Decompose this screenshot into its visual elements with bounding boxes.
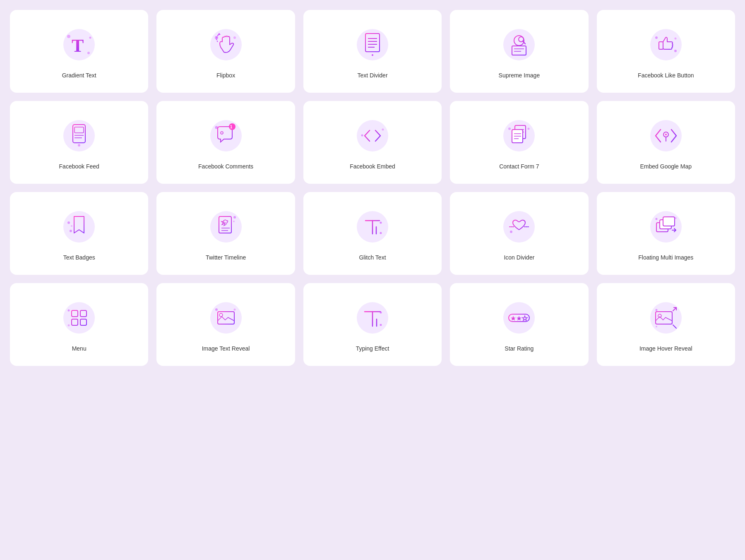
card-floating-multi-images[interactable]: Floating Multi Images: [597, 192, 735, 275]
card-label: Star Rating: [505, 345, 534, 353]
svg-point-54: [63, 211, 95, 243]
svg-point-55: [67, 221, 70, 224]
svg-point-24: [674, 50, 677, 52]
card-label: Icon Divider: [504, 254, 534, 262]
card-label: Floating Multi Images: [638, 254, 693, 262]
card-label: Facebook Embed: [350, 163, 395, 171]
card-label: Facebook Comments: [198, 163, 253, 171]
svg-point-58: [210, 211, 242, 243]
svg-point-104: [656, 326, 657, 327]
svg-point-5: [210, 29, 242, 60]
svg-point-59: [233, 216, 236, 219]
svg-text:1: 1: [230, 125, 232, 129]
card-facebook-like[interactable]: Facebook Like Button: [597, 10, 735, 93]
svg-point-60: [233, 221, 235, 222]
svg-point-68: [380, 222, 382, 224]
svg-point-79: [674, 217, 676, 219]
card-label: Facebook Like Button: [638, 72, 694, 80]
card-label: Gradient Text: [62, 72, 96, 80]
card-label: Facebook Feed: [59, 163, 99, 171]
svg-point-39: [382, 129, 384, 131]
card-text-divider[interactable]: Text Divider: [303, 10, 442, 93]
svg-point-7: [233, 36, 236, 39]
card-supreme-image[interactable]: Supreme Image: [450, 10, 588, 93]
card-image-hover-reveal[interactable]: Image Hover Reveal: [597, 283, 735, 366]
card-facebook-feed[interactable]: Facebook Feed: [10, 101, 148, 184]
svg-point-85: [68, 310, 70, 312]
card-label: Embed Google Map: [640, 163, 692, 171]
svg-point-23: [674, 38, 676, 40]
facebook-like-icon: [647, 26, 685, 63]
svg-point-73: [510, 231, 512, 233]
card-label: Image Text Reveal: [202, 345, 250, 353]
twitter-timeline-icon: [207, 208, 245, 245]
svg-point-1: [67, 35, 70, 38]
card-label: Image Hover Reveal: [639, 345, 692, 353]
embed-google-map-icon: [647, 117, 685, 154]
text-badges-icon: [60, 208, 98, 245]
card-menu[interactable]: Menu: [10, 283, 148, 366]
card-twitter-timeline[interactable]: Twitter Timeline: [156, 192, 295, 275]
widget-grid: T Gradient Text: [10, 10, 735, 366]
supreme-image-icon: [500, 26, 538, 63]
card-icon-divider[interactable]: Icon Divider: [450, 192, 588, 275]
svg-point-15: [503, 29, 535, 60]
svg-point-69: [380, 232, 382, 234]
card-label: Contact Form 7: [499, 163, 539, 171]
svg-point-86: [68, 324, 70, 327]
svg-point-70: [503, 211, 535, 243]
card-label: Typing Effect: [356, 345, 389, 353]
svg-point-97: [380, 324, 382, 326]
svg-point-38: [361, 135, 363, 137]
svg-point-51: [650, 120, 682, 151]
text-divider-icon: [354, 26, 391, 63]
card-facebook-embed[interactable]: Facebook Embed: [303, 101, 442, 184]
gradient-text-icon: T: [60, 26, 98, 63]
facebook-embed-icon: [354, 117, 391, 154]
icon-divider-icon: [500, 208, 538, 245]
facebook-feed-icon: [60, 117, 98, 154]
card-facebook-comments[interactable]: 1 Facebook Comments: [156, 101, 295, 184]
svg-point-22: [655, 36, 658, 39]
card-label: Glitch Text: [359, 254, 386, 262]
image-hover-reveal-icon: [647, 299, 685, 336]
card-star-rating[interactable]: Star Rating: [450, 283, 588, 366]
star-rating-icon: [500, 299, 538, 336]
card-label: Menu: [72, 345, 87, 353]
card-image-text-reveal[interactable]: Image Text Reveal: [156, 283, 295, 366]
card-embed-google-map[interactable]: Embed Google Map: [597, 101, 735, 184]
svg-point-88: [215, 308, 218, 311]
svg-point-89: [233, 309, 236, 311]
svg-point-2: [87, 52, 90, 54]
svg-point-80: [63, 302, 95, 334]
card-label: Flipbox: [216, 72, 235, 80]
typing-effect-icon: [354, 299, 391, 336]
card-typing-effect[interactable]: Typing Effect: [303, 283, 442, 366]
svg-point-3: [89, 37, 91, 39]
card-label: Text Divider: [357, 72, 387, 80]
card-glitch-text[interactable]: Glitch Text: [303, 192, 442, 275]
card-flipbox[interactable]: Flipbox: [156, 10, 295, 93]
svg-point-14: [372, 54, 373, 56]
facebook-comments-icon: 1: [207, 117, 245, 154]
card-label: Twitter Timeline: [206, 254, 246, 262]
contact-form-icon: [500, 117, 538, 154]
svg-point-57: [71, 225, 72, 227]
svg-rect-77: [663, 217, 675, 226]
svg-point-53: [665, 134, 667, 135]
card-text-badges[interactable]: Text Badges: [10, 192, 148, 275]
svg-point-56: [70, 230, 72, 232]
svg-point-31: [78, 144, 80, 147]
svg-point-42: [528, 128, 530, 130]
svg-point-41: [508, 127, 511, 130]
card-label: Supreme Image: [499, 72, 540, 80]
glitch-text-icon: [354, 208, 391, 245]
svg-point-78: [655, 218, 657, 220]
floating-multi-images-icon: [647, 208, 685, 245]
card-gradient-text[interactable]: T Gradient Text: [10, 10, 148, 93]
card-contact-form[interactable]: Contact Form 7: [450, 101, 588, 184]
card-label: Text Badges: [63, 254, 95, 262]
menu-icon: [60, 299, 98, 336]
svg-text:T: T: [72, 36, 84, 56]
svg-point-103: [655, 309, 657, 311]
